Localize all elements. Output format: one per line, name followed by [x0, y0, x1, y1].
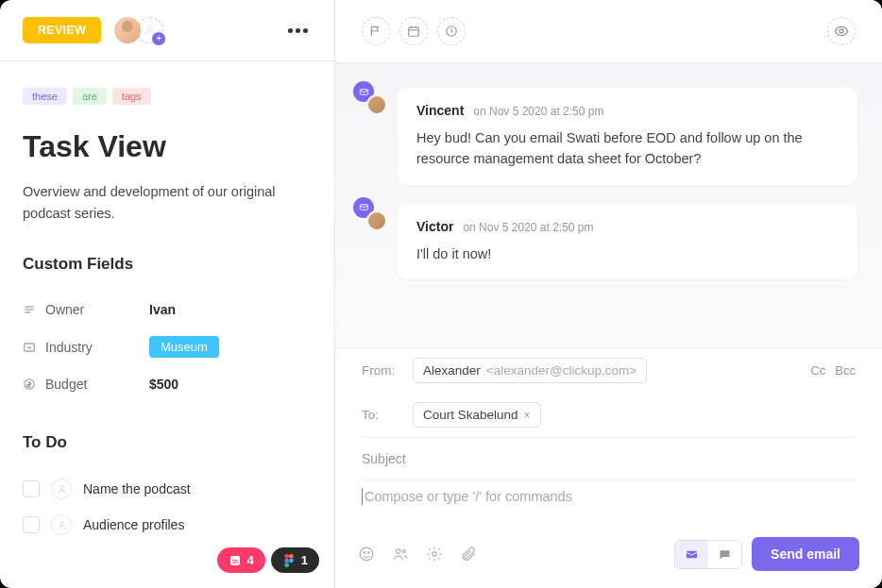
svg-point-12	[284, 558, 289, 563]
assign-button[interactable]	[51, 514, 72, 535]
svg-rect-15	[409, 27, 419, 36]
custom-fields-heading: Custom Fields	[23, 255, 312, 274]
svg-rect-4	[25, 344, 35, 351]
comment-avatar[interactable]	[360, 88, 384, 112]
emoji-button[interactable]	[358, 546, 375, 563]
currency-field-icon	[23, 378, 45, 391]
bcc-button[interactable]: Bcc	[835, 363, 856, 378]
from-label: From:	[362, 363, 401, 378]
comment-time: on Nov 5 2020 at 2:50 pm	[463, 221, 593, 234]
comment-time: on Nov 5 2020 at 2:50 pm	[473, 105, 603, 118]
svg-point-20	[840, 29, 843, 33]
comment-body: Hey bud! Can you email Swati before EOD …	[416, 127, 839, 170]
custom-field-label: Industry	[45, 340, 149, 355]
svg-point-26	[397, 549, 401, 554]
from-chip[interactable]: Alexander <alexander@clickup.com>	[413, 358, 647, 383]
date-button[interactable]	[399, 17, 428, 45]
assign-button[interactable]	[51, 479, 72, 499]
svg-text:in: in	[232, 557, 238, 563]
svg-point-6	[59, 486, 63, 490]
tag[interactable]: are	[73, 88, 107, 105]
email-mode-button[interactable]	[675, 541, 708, 568]
svg-point-25	[368, 552, 370, 554]
comment: Victor on Nov 5 2020 at 2:50 pm I'll do …	[360, 204, 857, 279]
todo-item: Audience profiles	[23, 507, 312, 543]
svg-point-10	[284, 554, 289, 559]
task-description[interactable]: Overview and development of our original…	[23, 181, 312, 225]
add-assignee-button[interactable]: +	[137, 17, 163, 43]
tags-row: these are tags	[23, 88, 312, 105]
custom-field-value[interactable]: $500	[149, 377, 178, 392]
checkbox[interactable]	[23, 516, 40, 533]
tag[interactable]: these	[23, 88, 67, 105]
custom-field-row: Owner Ivan	[23, 293, 312, 327]
todo-label[interactable]: Audience profiles	[83, 517, 184, 532]
attachment-button[interactable]	[460, 546, 477, 563]
invision-pill[interactable]: in 4	[217, 547, 265, 573]
dropdown-field-icon	[23, 341, 45, 354]
svg-point-27	[402, 550, 405, 553]
custom-field-row: Budget $500	[23, 367, 312, 401]
subject-input[interactable]: Subject	[335, 438, 882, 479]
cc-button[interactable]: Cc	[810, 363, 825, 378]
pill-count: 1	[301, 553, 308, 567]
svg-point-23	[360, 547, 373, 561]
svg-point-11	[289, 554, 294, 559]
more-button[interactable]	[284, 25, 312, 37]
custom-field-value[interactable]: Ivan	[149, 302, 176, 317]
svg-point-7	[59, 522, 63, 526]
comment-body: I'll do it now!	[416, 244, 839, 264]
to-name: Court Skabelund	[423, 408, 518, 422]
watch-button[interactable]	[827, 17, 856, 45]
settings-button[interactable]	[426, 546, 443, 563]
svg-rect-29	[687, 550, 697, 558]
send-button[interactable]: Send email	[752, 537, 859, 571]
svg-point-14	[284, 563, 289, 567]
body-placeholder: Compose or type '/' for commands	[365, 489, 572, 504]
todo-item: Name the podcast	[23, 471, 312, 507]
svg-point-13	[289, 558, 294, 563]
figma-icon	[282, 554, 296, 567]
task-title[interactable]: Task View	[23, 129, 312, 164]
comment-avatar[interactable]	[360, 204, 384, 228]
from-email: <alexander@clickup.com>	[486, 363, 636, 378]
comment: Vincent on Nov 5 2020 at 2:50 pm Hey bud…	[360, 88, 857, 185]
comment-author: Vincent	[416, 103, 464, 118]
todo-label[interactable]: Name the podcast	[83, 481, 191, 496]
flag-button[interactable]	[362, 17, 390, 45]
custom-field-label: Budget	[45, 377, 149, 392]
comment-mode-button[interactable]	[708, 541, 741, 568]
body-input[interactable]: Compose or type '/' for commands	[335, 480, 882, 524]
custom-field-label: Owner	[45, 302, 149, 317]
svg-point-28	[433, 552, 437, 557]
time-button[interactable]	[437, 17, 466, 45]
plus-icon: +	[152, 32, 165, 45]
svg-point-24	[364, 552, 365, 554]
pill-count: 4	[247, 553, 254, 567]
mention-button[interactable]	[392, 546, 409, 563]
to-chip[interactable]: Court Skabelund ×	[413, 402, 541, 428]
status-badge[interactable]: REVIEW	[23, 17, 101, 43]
to-label: To:	[362, 408, 401, 422]
more-icon	[288, 28, 308, 33]
text-field-icon	[23, 303, 45, 316]
comment-author: Victor	[416, 219, 453, 234]
tag[interactable]: tags	[112, 88, 151, 105]
remove-recipient-icon[interactable]: ×	[524, 409, 531, 422]
custom-field-value[interactable]: Museum	[149, 336, 219, 358]
svg-point-0	[148, 25, 153, 30]
custom-field-row: Industry Museum	[23, 327, 312, 367]
from-name: Alexander	[423, 363, 481, 378]
invision-icon: in	[229, 554, 242, 567]
checkbox[interactable]	[23, 480, 40, 497]
todo-heading: To Do	[23, 433, 312, 452]
figma-pill[interactable]: 1	[271, 547, 319, 573]
